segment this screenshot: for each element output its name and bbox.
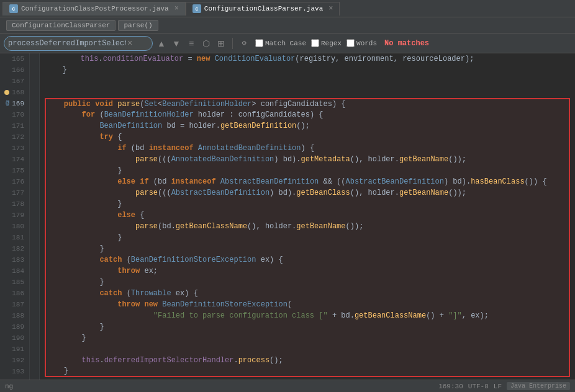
match-case-option[interactable]: Match Case — [255, 39, 306, 47]
ln-174: 174 — [2, 154, 24, 165]
search-next-button[interactable]: ▼ — [170, 37, 183, 50]
ln-175: 175 — [2, 165, 24, 176]
code-line-176: else if (bd instanceof AbstractBeanDefin… — [45, 176, 570, 187]
search-input[interactable] — [8, 39, 126, 48]
code-line-172: try { — [45, 131, 570, 143]
gutter-178[interactable] — [30, 198, 39, 210]
words-option[interactable]: Words — [346, 39, 377, 47]
words-checkbox[interactable] — [346, 39, 355, 47]
code-editor[interactable]: this.conditionEvaluator = new ConditionE… — [40, 53, 575, 380]
search-prev-button[interactable]: ▲ — [155, 37, 168, 50]
tab-label-2: ConfigurationClassParser.java — [204, 5, 323, 12]
gutter-177[interactable] — [30, 187, 39, 198]
gutter-182[interactable] — [30, 243, 39, 254]
code-line-187: throw new BeanDefinitionStoreException( — [45, 299, 570, 310]
gutter-183[interactable] — [30, 254, 39, 265]
ln-176: 176 — [2, 176, 24, 187]
gutter-169[interactable] — [30, 98, 39, 109]
code-line-178: } — [45, 198, 570, 210]
gutter-171[interactable] — [30, 120, 39, 131]
code-line-166: } — [45, 65, 570, 76]
gutter-186[interactable] — [30, 288, 39, 299]
gutter-172[interactable] — [30, 131, 39, 143]
code-line-185: } — [45, 277, 570, 288]
gutter-180[interactable] — [30, 221, 39, 232]
status-right: 169:30 UTF-8 LF Java Enterprise — [438, 382, 570, 390]
gutter-167[interactable] — [30, 76, 39, 87]
gutter-173[interactable] — [30, 143, 39, 154]
code-line-181: } — [45, 232, 570, 243]
ln-168: 168 — [2, 87, 24, 98]
line-numbers: 165 166 167 168 @ 169 170 171 172 173 17… — [0, 53, 30, 380]
breadcrumb-bar: ConfigurationClassParser parse() — [0, 17, 575, 33]
code-line-193: } — [45, 366, 570, 377]
code-line-175: } — [45, 165, 570, 176]
gutter-174[interactable] — [30, 154, 39, 165]
match-case-checkbox[interactable] — [255, 39, 263, 47]
words-label: Words — [356, 40, 377, 47]
gutter-166[interactable] — [30, 65, 39, 76]
ln-182: 182 — [2, 243, 24, 254]
ln-173: 173 — [2, 143, 24, 154]
code-line-170: for (BeanDefinitionHolder holder : confi… — [45, 109, 570, 120]
search-option-btn-1[interactable]: ≡ — [185, 37, 197, 50]
regex-option[interactable]: Regex — [311, 39, 342, 47]
search-options: Match Case Regex Words — [255, 39, 377, 47]
code-line-191 — [45, 344, 570, 355]
code-line-180: parse(bd.getBeanClassName(), holder.getB… — [45, 221, 570, 232]
tab-parser[interactable]: C ConfigurationClassParser.java × — [186, 2, 340, 16]
gutter-190[interactable] — [30, 332, 39, 344]
search-divider — [232, 38, 233, 49]
code-line-168 — [45, 87, 570, 98]
gutter-188[interactable] — [30, 310, 39, 321]
code-line-179: else { — [45, 210, 570, 221]
code-line-167 — [45, 76, 570, 87]
gutter-187[interactable] — [30, 299, 39, 310]
breadcrumb-class[interactable]: ConfigurationClassParser — [6, 20, 115, 31]
search-settings-icon[interactable]: ⚙ — [238, 37, 250, 50]
gutter-189[interactable] — [30, 321, 39, 332]
search-option-btn-2[interactable]: ⬡ — [200, 37, 212, 50]
code-line-169: public void parse(Set<BeanDefinitionHold… — [45, 98, 570, 109]
search-option-btn-3[interactable]: ⊞ — [215, 37, 227, 50]
tab-post-processor[interactable]: C ConfigurationClassPostProcessor.java × — [2, 2, 186, 16]
tab-close-1[interactable]: × — [174, 4, 179, 13]
gutter-192[interactable] — [30, 355, 39, 366]
gutter-179[interactable] — [30, 210, 39, 221]
tab-close-2[interactable]: × — [328, 4, 333, 13]
gutter-185[interactable] — [30, 277, 39, 288]
tab-icon-2: C — [192, 4, 201, 13]
search-clear-button[interactable]: × — [127, 38, 132, 48]
no-matches-label: No matches — [384, 39, 429, 48]
search-bar: × ▲ ▼ ≡ ⬡ ⊞ ⚙ Match Case Regex Words No … — [0, 33, 575, 53]
gutter-191[interactable] — [30, 344, 39, 355]
ln-178: 178 — [2, 198, 24, 210]
code-line-186: catch (Throwable ex) { — [45, 288, 570, 299]
gutter-193[interactable] — [30, 366, 39, 377]
code-line-177: parse(((AbstractBeanDefinition) bd).getB… — [45, 187, 570, 198]
ln-166: 166 — [2, 65, 24, 76]
code-line-173: if (bd instanceof AnnotatedBeanDefinitio… — [45, 143, 570, 154]
ln-189: 189 — [2, 321, 24, 332]
ln-181: 181 — [2, 232, 24, 243]
gutter-170[interactable] — [30, 109, 39, 120]
code-line-174: parse(((AnnotatedBeanDefinition) bd).get… — [45, 154, 570, 165]
gutter — [30, 53, 40, 380]
code-line-183: catch (BeanDefinitionStoreException ex) … — [45, 254, 570, 265]
gutter-175[interactable] — [30, 165, 39, 176]
gutter-184[interactable] — [30, 265, 39, 277]
gutter-181[interactable] — [30, 232, 39, 243]
regex-checkbox[interactable] — [311, 39, 319, 47]
breadcrumb-method[interactable]: parse() — [118, 20, 158, 31]
code-line-182: } — [45, 243, 570, 254]
status-mode: ng — [5, 383, 13, 390]
status-line-separator: LF — [494, 383, 502, 390]
ln-180: 180 — [2, 221, 24, 232]
gutter-176[interactable] — [30, 176, 39, 187]
ln-187: 187 — [2, 299, 24, 310]
gutter-168[interactable] — [30, 87, 39, 98]
gutter-165[interactable] — [30, 53, 39, 65]
ln-188: 188 — [2, 310, 24, 321]
ln-191: 191 — [2, 344, 24, 355]
tab-icon-1: C — [9, 4, 18, 13]
